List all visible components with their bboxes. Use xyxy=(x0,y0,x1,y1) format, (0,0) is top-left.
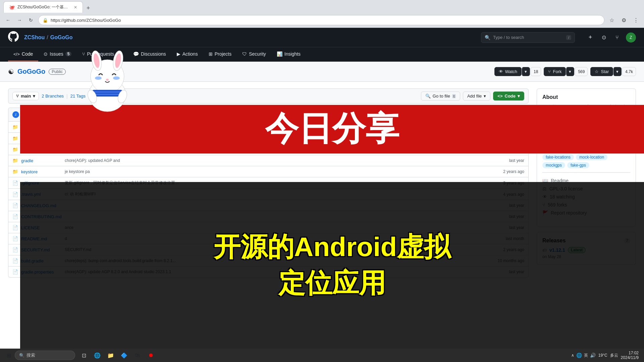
refresh-button[interactable]: ↻ xyxy=(26,15,36,25)
file-icon: 📄 xyxy=(12,269,18,275)
bookmark-button[interactable]: ☆ xyxy=(607,15,616,25)
release-tag-icon: 🏷 xyxy=(542,248,547,253)
file-name[interactable]: LICENSE xyxy=(21,225,61,230)
folder-icon: 📁 xyxy=(12,158,18,163)
menu-button[interactable]: ⋮ xyxy=(631,15,641,25)
file-name[interactable]: .github xyxy=(21,125,61,130)
file-description: chore(AGP): update AGP 8.2.0 and Android… xyxy=(65,269,491,274)
fork-dropdown[interactable]: ▾ xyxy=(566,67,574,76)
tag[interactable]: fake-gps xyxy=(567,162,589,168)
file-name[interactable]: .travis.yml xyxy=(21,192,61,197)
plus-button[interactable]: + xyxy=(586,33,595,42)
tag[interactable]: map xyxy=(581,138,595,144)
discussions-icon: 💬 xyxy=(133,51,139,57)
issues-icon[interactable]: ⊙ xyxy=(599,33,608,42)
file-description: 更新.gitignore，同时修复定位Service在结束时会异常修改位置... xyxy=(65,180,491,186)
nav-discussions-label: Discussions xyxy=(141,51,166,57)
add-file-chevron: ▾ xyxy=(484,94,486,99)
github-logo[interactable] xyxy=(8,31,19,44)
folder-icon: 📁 xyxy=(12,136,18,141)
file-table: 📁 .github chore(deps): update dependency… xyxy=(8,122,529,278)
latest-badge: Latest xyxy=(568,247,586,253)
watching-stat[interactable]: 👁 18 watching xyxy=(542,193,630,201)
watch-button[interactable]: 👁 Watch xyxy=(494,67,522,76)
tag[interactable]: android xyxy=(542,138,562,144)
file-name[interactable]: build.gradle xyxy=(21,258,61,263)
tag[interactable]: fake-locations xyxy=(542,154,574,160)
user-avatar[interactable]: Z xyxy=(626,33,636,43)
commit-hash[interactable]: d198584 xyxy=(442,112,459,117)
address-bar[interactable]: 🔒 https://github.com/ZCShou/GoGoGo xyxy=(38,15,604,25)
security-icon: 🛡 xyxy=(242,51,247,57)
tag[interactable]: virtual-location xyxy=(578,146,610,152)
commit-bar: Z ZCShou Merge pull request #170 from ne… xyxy=(8,108,529,122)
latest-release[interactable]: 🏷 v1.12.1 Latest xyxy=(542,247,630,253)
commits-count[interactable]: 508 Commits xyxy=(500,112,524,117)
file-name[interactable]: docs xyxy=(21,147,61,152)
star-dropdown[interactable]: ▾ xyxy=(613,67,622,76)
search-icon: 🔍 xyxy=(485,35,490,40)
table-row: 📁 .github chore(deps): update dependency… xyxy=(8,122,528,133)
nav-insights[interactable]: 📊 Insights xyxy=(271,47,306,61)
nav-code-label: Code xyxy=(22,51,33,57)
new-tab-button[interactable]: + xyxy=(84,3,93,13)
fork-count: 569 xyxy=(575,67,588,76)
tag[interactable]: mock-locations xyxy=(542,146,576,152)
file-name[interactable]: gradle.properties xyxy=(21,269,61,275)
nav-projects[interactable]: ⊞ Projects xyxy=(203,47,237,61)
search-bar[interactable]: 🔍 Type / to search / xyxy=(481,32,575,43)
tag[interactable]: mock-location xyxy=(576,154,607,160)
readme-link[interactable]: 📖 Readme xyxy=(542,177,630,185)
fork-button[interactable]: ⑂ Fork xyxy=(544,67,566,76)
table-row: 📄 CHANGELOG.md last year xyxy=(8,200,528,211)
back-button[interactable]: ← xyxy=(3,15,13,25)
file-icon: 📄 xyxy=(12,258,18,263)
tag[interactable]: joystick xyxy=(597,138,617,144)
link-icon: 🔗 xyxy=(542,129,548,134)
file-time: 2 years ago xyxy=(494,169,524,174)
nav-discussions[interactable]: 💬 Discussions xyxy=(128,47,171,61)
file-name[interactable]: README.md xyxy=(21,236,61,241)
nav-security[interactable]: 🛡 Security xyxy=(237,47,271,61)
nav-code[interactable]: </> Code xyxy=(8,47,38,61)
nav-actions[interactable]: ▶ Actions xyxy=(171,47,203,61)
star-button[interactable]: ☆ Star xyxy=(590,67,613,76)
nav-pullrequests[interactable]: ⑂ Pull requests 7 xyxy=(77,47,128,61)
file-name[interactable]: CHANGELOG.md xyxy=(21,203,61,208)
file-name[interactable]: app xyxy=(21,136,61,141)
breadcrumb-user[interactable]: ZCShou xyxy=(24,35,45,41)
tab-close-button[interactable]: ✕ xyxy=(74,5,77,10)
pullrequest-icon[interactable]: ⑂ xyxy=(612,33,622,42)
watch-dropdown[interactable]: ▾ xyxy=(522,67,530,76)
file-name[interactable]: SECURITY.md xyxy=(21,247,61,252)
about-link[interactable]: 🔗 itexp.blog.csdn.net/ xyxy=(542,129,630,134)
extensions-button[interactable]: ⚙ xyxy=(619,15,629,25)
add-file-button[interactable]: Add file ▾ xyxy=(463,92,490,101)
repo-actions: 👁 Watch ▾ 18 ⑂ Fork ▾ 569 ☆ Star ▾ 4.7k xyxy=(494,67,636,76)
code-button[interactable]: <> Code ▾ xyxy=(493,92,524,101)
code-angle-icon: <> xyxy=(497,94,502,99)
tag[interactable]: java xyxy=(565,138,579,144)
go-to-file-button[interactable]: 🔍 Go to file t xyxy=(421,92,460,101)
file-description: ance xyxy=(65,225,491,230)
commit-author[interactable]: ZCShou xyxy=(22,112,39,117)
file-time: last year xyxy=(494,225,524,230)
file-name[interactable]: keystore xyxy=(21,169,61,174)
tag[interactable]: mockgps xyxy=(542,162,565,168)
report-link[interactable]: 🚩 Report repository xyxy=(542,209,630,217)
forks-stat[interactable]: ⑂ 569 forks xyxy=(542,201,630,209)
file-time: last year xyxy=(494,214,524,219)
forward-button[interactable]: → xyxy=(15,15,24,25)
nav-security-label: Security xyxy=(249,51,266,57)
file-name[interactable]: .gitignore xyxy=(21,180,61,185)
breadcrumb-repo[interactable]: GoGoGo xyxy=(50,35,73,41)
file-name[interactable]: gradle xyxy=(21,158,61,163)
file-description: chore(AGP): updated AGP and xyxy=(65,158,491,163)
active-tab[interactable]: 🐙 ZCShou/GoGoGo: 一个基于 Andr... ✕ xyxy=(3,1,83,13)
search-placeholder: Type / to search xyxy=(493,35,524,40)
license-link[interactable]: ⚖ GPL-3.0 license xyxy=(542,185,630,193)
file-name[interactable]: CONTRIBUTING.md xyxy=(21,214,62,219)
branch-selector[interactable]: ⑂ main ▾ xyxy=(12,92,39,100)
insights-icon: 📊 xyxy=(277,51,282,57)
nav-issues[interactable]: ⊙ Issues 5 xyxy=(38,47,77,61)
